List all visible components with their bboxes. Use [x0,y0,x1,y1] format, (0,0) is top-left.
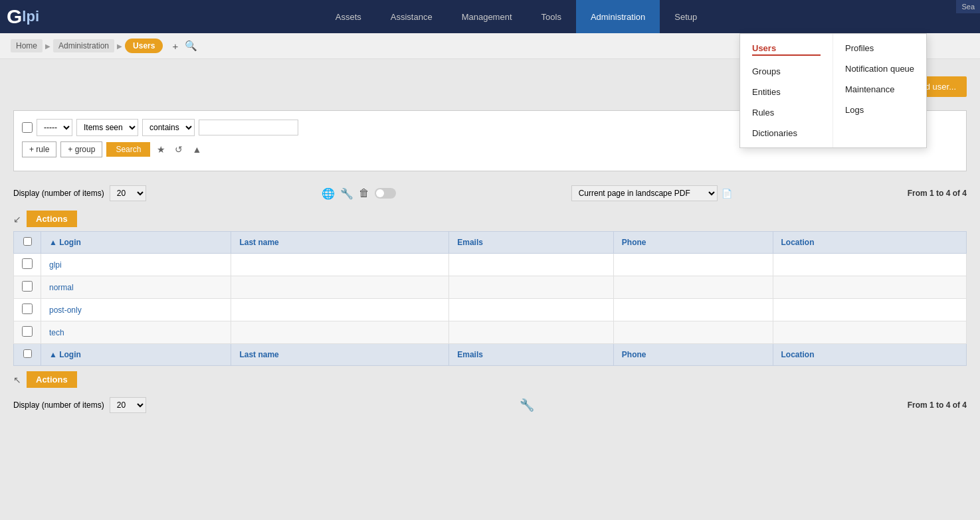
header-checkbox-col [14,232,41,254]
nav-management[interactable]: Management [447,0,527,33]
bookmark-icon[interactable]: ★ [154,143,168,156]
breadcrumb-bar: Home ▶ Administration ▶ Users + 🔍 [0,33,980,59]
footer-login[interactable]: ▲ Login [41,344,231,366]
breadcrumb-home[interactable]: Home [11,39,43,52]
row-lastname-cell [231,276,449,299]
footer-location[interactable]: Location [773,344,967,366]
users-table: ▲ Login Last name Emails Phone Location … [13,231,967,366]
user-login-link[interactable]: glpi [49,260,62,270]
row-checkbox[interactable] [22,258,33,269]
bottom-display-count-select[interactable]: 20 50 100 [110,397,146,413]
header-location[interactable]: Location [773,232,967,254]
footer-lastname[interactable]: Last name [231,344,449,366]
result-count-top: From 1 to 4 of 4 [908,189,967,198]
user-avatar-icon: 👤 [868,72,898,100]
select-all-checkbox[interactable] [23,237,32,246]
nav-assistance[interactable]: Assistance [376,0,447,33]
nav-setup[interactable]: Setup [660,0,712,33]
trash-icon[interactable]: 🗑 [359,187,369,199]
row-login-cell: glpi [41,254,231,276]
user-login-link[interactable]: post-only [49,305,82,315]
sort-down-icon: ↙ [13,214,21,224]
row-login-cell: tech [41,321,231,344]
table-row: tech [14,321,967,344]
row-checkbox-cell [14,321,41,344]
row-location-cell [773,254,967,276]
bottom-display-label: Display (number of items) [13,400,104,410]
row-phone-cell [613,321,773,344]
search-type-select[interactable]: Items seen [76,119,138,136]
nav-tools[interactable]: Tools [527,0,576,33]
footer-emails[interactable]: Emails [449,344,614,366]
search-panel: ----- Items seen contains + rule + group… [13,110,967,171]
app-logo[interactable]: Glpi [7,5,39,28]
header-login[interactable]: ▲ Login [41,232,231,254]
globe-icon[interactable]: 🌐 [322,187,335,200]
row-lastname-cell [231,254,449,276]
add-rule-button[interactable]: + rule [22,141,56,157]
display-label: Display (number of items) [13,189,104,198]
footer-select-all-checkbox[interactable] [23,349,32,358]
add-user-button[interactable]: Add user... [904,76,967,97]
user-login-link[interactable]: normal [49,283,74,292]
top-controls-bar: Display (number of items) 20 50 100 🌐 🔧 … [13,181,967,205]
table-row: glpi [14,254,967,276]
nav-assets[interactable]: Assets [321,0,376,33]
display-count-section: Display (number of items) 20 50 100 [13,185,146,201]
row-phone-cell [613,299,773,321]
footer-phone[interactable]: Phone [613,344,773,366]
pdf-format-select[interactable]: Current page in landscape PDF [571,185,718,201]
breadcrumb-current: Users [125,39,163,53]
row-login-cell: post-only [41,299,231,321]
row-lastname-cell [231,299,449,321]
row-location-cell [773,299,967,321]
row-checkbox[interactable] [22,281,33,292]
top-navigation: Glpi Assets Assistance Management Tools … [0,0,980,33]
row-lastname-cell [231,321,449,344]
breadcrumb-sep2: ▶ [117,43,122,50]
table-row: post-only [14,299,967,321]
header-phone[interactable]: Phone [613,232,773,254]
file-icon[interactable]: 📄 [722,189,732,199]
search-breadcrumb-icon[interactable]: 🔍 [185,40,197,52]
bottom-controls-bar: Display (number of items) 20 50 100 🔧 Fr… [13,393,967,417]
actions-top-button[interactable]: Actions [27,211,77,227]
user-login-link[interactable]: tech [49,328,64,337]
expand-icon[interactable]: ▲ [189,143,204,156]
row-checkbox-cell [14,276,41,299]
add-icon[interactable]: + [172,41,178,52]
nav-administration[interactable]: Administration [576,0,660,33]
row-checkbox-cell [14,254,41,276]
top-actions-row: ↙ Actions [13,211,967,227]
search-field-select[interactable]: ----- [37,119,72,136]
header-lastname[interactable]: Last name [231,232,449,254]
search-filter-row: ----- Items seen contains [22,119,958,136]
wrench-icon[interactable]: 🔧 [340,187,353,200]
search-operator-select[interactable]: contains [142,119,195,136]
add-group-button[interactable]: + group [60,141,102,157]
header-emails[interactable]: Emails [449,232,614,254]
row-login-cell: normal [41,276,231,299]
breadcrumb-admin[interactable]: Administration [53,39,114,52]
add-user-section: 👤 Add user... [13,66,967,110]
actions-bottom-button[interactable]: Actions [27,371,77,388]
result-count-bottom: From 1 to 4 of 4 [908,400,967,410]
footer-checkbox-col [14,344,41,366]
search-checkbox[interactable] [22,122,33,133]
reset-icon[interactable]: ↺ [172,143,185,156]
bottom-wrench-icon[interactable]: 🔧 [520,398,534,412]
main-content: 👤 Add user... ----- Items seen contains … [0,59,980,520]
row-checkbox-cell [14,299,41,321]
search-button[interactable]: Search [106,142,150,157]
search-buttons-row: + rule + group Search ★ ↺ ▲ [22,141,958,157]
row-phone-cell [613,276,773,299]
search-value-input[interactable] [199,120,298,135]
row-emails-cell [449,254,614,276]
table-icon-controls: 🌐 🔧 🗑 [322,187,396,200]
search-corner-label: Seа [956,0,980,13]
row-checkbox[interactable] [22,303,33,314]
table-row: normal [14,276,967,299]
toggle-switch[interactable] [375,188,396,199]
display-count-select[interactable]: 20 50 100 [110,185,146,201]
row-checkbox[interactable] [22,326,33,337]
